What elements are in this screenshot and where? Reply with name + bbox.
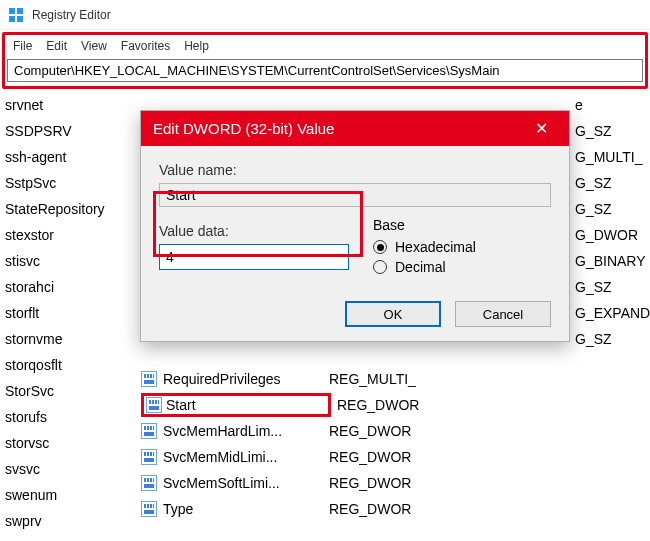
tree-pane[interactable]: srvnet SSDPSRV ssh-agent SstpSvc StateRe… [0, 88, 135, 541]
menu-help[interactable]: Help [184, 39, 209, 53]
value-name: Start [166, 397, 326, 413]
tree-item[interactable]: stisvc [5, 248, 132, 274]
list-row[interactable]: SvcMemSoftLimi... REG_DWOR [135, 470, 650, 496]
app-icon [8, 7, 24, 23]
value-type: REG_DWOR [329, 501, 650, 517]
tree-item[interactable]: svsvc [5, 456, 132, 482]
value-type: REG_DWOR [329, 423, 650, 439]
tree-item[interactable]: stornvme [5, 326, 132, 352]
cancel-button[interactable]: Cancel [455, 301, 551, 327]
dialog-titlebar[interactable]: Edit DWORD (32-bit) Value ✕ [141, 111, 569, 146]
ok-button[interactable]: OK [345, 301, 441, 327]
value-icon [141, 449, 157, 465]
tree-item[interactable]: stexstor [5, 222, 132, 248]
value-type: REG_DWOR [329, 475, 650, 491]
value-name: SvcMemSoftLimi... [163, 475, 323, 491]
value-name: Type [163, 501, 323, 517]
tree-item[interactable]: StateRepository [5, 196, 132, 222]
address-bar[interactable]: Computer\HKEY_LOCAL_MACHINE\SYSTEM\Curre… [7, 59, 643, 82]
value-name: SvcMemHardLim... [163, 423, 323, 439]
list-row[interactable]: Type REG_DWOR [135, 496, 650, 522]
tree-item[interactable]: swprv [5, 508, 132, 534]
list-row[interactable]: SvcMemHardLim... REG_DWOR [135, 418, 650, 444]
value-data-label: Value data: [159, 223, 349, 239]
value-name-label: Value name: [159, 162, 551, 178]
base-label: Base [373, 217, 551, 233]
value-type: REG_DWOR [337, 397, 650, 413]
tree-item[interactable]: storqosflt [5, 352, 132, 378]
menu-edit[interactable]: Edit [46, 39, 67, 53]
svg-rect-2 [9, 16, 15, 22]
close-icon[interactable]: ✕ [525, 119, 557, 138]
svg-rect-3 [17, 16, 23, 22]
value-icon [141, 371, 157, 387]
highlight-top: File Edit View Favorites Help Computer\H… [2, 32, 648, 89]
value-name: SvcMemMidLimi... [163, 449, 323, 465]
tree-item[interactable]: ssh-agent [5, 144, 132, 170]
radio-decimal[interactable]: Decimal [373, 259, 551, 275]
value-name: RequiredPrivileges [163, 371, 323, 387]
dialog-title: Edit DWORD (32-bit) Value [153, 120, 334, 137]
value-name-field: Start [159, 183, 551, 207]
svg-rect-0 [9, 8, 15, 14]
edit-dword-dialog: Edit DWORD (32-bit) Value ✕ Value name: … [140, 110, 570, 342]
menu-file[interactable]: File [13, 39, 32, 53]
tree-item[interactable]: storvsc [5, 430, 132, 456]
svg-rect-1 [17, 8, 23, 14]
value-icon [141, 475, 157, 491]
app-title: Registry Editor [32, 8, 111, 22]
type-column-fragment: e G_SZ G_MULTI_ G_SZ G_SZ G_DWOR G_BINAR… [575, 92, 650, 352]
tree-item[interactable]: StorSvc [5, 378, 132, 404]
value-type: REG_DWOR [329, 449, 650, 465]
tree-item[interactable]: storflt [5, 300, 132, 326]
tree-item[interactable]: swenum [5, 482, 132, 508]
value-icon [141, 423, 157, 439]
menu-bar: File Edit View Favorites Help [5, 35, 645, 57]
list-row[interactable]: RequiredPrivileges REG_MULTI_ [135, 366, 650, 392]
value-data-input[interactable] [159, 244, 349, 270]
tree-item[interactable]: srvnet [5, 92, 132, 118]
menu-view[interactable]: View [81, 39, 107, 53]
value-icon [141, 501, 157, 517]
tree-item[interactable]: storahci [5, 274, 132, 300]
value-icon [146, 397, 162, 413]
menu-favorites[interactable]: Favorites [121, 39, 170, 53]
radio-label: Hexadecimal [395, 239, 476, 255]
radio-hexadecimal[interactable]: Hexadecimal [373, 239, 551, 255]
value-type: REG_MULTI_ [329, 371, 650, 387]
base-group: Base Hexadecimal Decimal [373, 217, 551, 279]
tree-item[interactable]: storufs [5, 404, 132, 430]
list-row[interactable]: SvcMemMidLimi... REG_DWOR [135, 444, 650, 470]
dialog-body: Value name: Start Value data: Base Hexad… [141, 146, 569, 341]
radio-label: Decimal [395, 259, 446, 275]
tree-item[interactable]: SstpSvc [5, 170, 132, 196]
title-bar: Registry Editor [0, 0, 650, 30]
list-row-start[interactable]: Start REG_DWOR [135, 392, 650, 418]
tree-item[interactable]: SSDPSRV [5, 118, 132, 144]
